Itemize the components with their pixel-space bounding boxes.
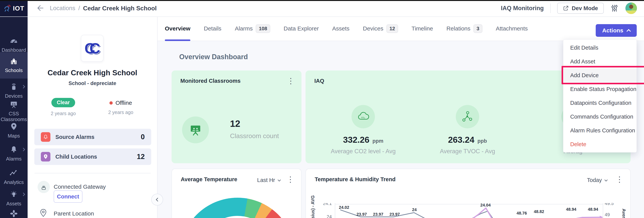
kebab-menu-icon[interactable]: ⋮ xyxy=(286,175,294,184)
breadcrumb-current: Cedar Creek High School xyxy=(83,5,156,12)
actions-button[interactable]: Actions xyxy=(596,24,637,37)
menu-item-alarm-rules-configuration[interactable]: Alarm Rules Configuration xyxy=(563,124,636,137)
data-label: 24.02 xyxy=(339,205,349,210)
logo-text: IOT xyxy=(13,4,24,12)
series-line-humidity-avg xyxy=(572,217,600,218)
tab-assets[interactable]: Assets xyxy=(332,16,350,40)
classroom-icon xyxy=(182,116,209,143)
school-icon xyxy=(10,57,18,66)
sidebar-item-schedule-reports[interactable]: Schedule Reports xyxy=(0,209,28,218)
actions-button-label: Actions xyxy=(602,27,623,34)
data-label: 23.97 xyxy=(373,212,383,217)
avatar-image xyxy=(625,2,637,14)
metric-value: 332.26 xyxy=(343,135,370,145)
bell-icon xyxy=(10,145,18,154)
co2-cloud-icon: co₂ xyxy=(352,105,375,128)
sidebar-item-label: Alarms xyxy=(6,156,22,162)
stat-row-source-alarms[interactable]: Source Alarms0 xyxy=(34,129,151,145)
time-range-selector[interactable]: Today xyxy=(587,177,607,183)
stat-value: 0 xyxy=(141,133,145,141)
tab-label: Data Explorer xyxy=(284,25,319,32)
chevron-right-icon xyxy=(22,148,25,151)
sidebar-item-schools[interactable]: Schools xyxy=(0,52,28,78)
data-label: 48.82 xyxy=(534,210,544,214)
data-label: 23.97 xyxy=(390,212,400,217)
menu-item-enable-status-propagation[interactable]: Enable Status Propagation xyxy=(563,82,636,96)
tab-label: Attachments xyxy=(496,25,528,32)
kebab-menu-icon[interactable]: ⋮ xyxy=(616,175,623,184)
time-range-selector[interactable]: Last Hr xyxy=(257,177,280,183)
menu-item-edit-details[interactable]: Edit Details xyxy=(563,41,636,54)
chevron-down-icon xyxy=(604,178,608,182)
tab-timeline[interactable]: Timeline xyxy=(412,16,433,40)
bell-white-icon xyxy=(41,132,50,142)
tab-label: Devices xyxy=(363,25,383,32)
connect-button[interactable]: Connect xyxy=(54,190,82,203)
tab-details[interactable]: Details xyxy=(204,16,222,40)
dev-mode-button[interactable]: Dev Mode xyxy=(557,3,604,14)
metric-label: Average CO2 level - Avg xyxy=(306,148,421,155)
connected-gateway-label: Connected Gateway xyxy=(54,184,106,190)
sidebar-item-assets[interactable]: Assets xyxy=(0,190,28,206)
breadcrumb-parent[interactable]: Locations xyxy=(50,5,75,12)
tab-count-badge: 108 xyxy=(256,24,270,33)
offline-dot-icon xyxy=(110,101,113,104)
pin-white-icon xyxy=(41,152,50,162)
stat-row-child-locations[interactable]: Child Locations12 xyxy=(34,148,151,165)
gateway-icon xyxy=(38,181,50,193)
tab-overview[interactable]: Overview xyxy=(165,16,190,40)
temperature-humidity-trend-card: Temperature & Humidity Trend Today ⋮ (Ce… xyxy=(306,168,630,218)
series-line-humidity-avg xyxy=(467,208,494,218)
iaq-metric-1: co₂332.26ppmAverage CO2 level - Avg xyxy=(306,105,421,155)
sidebar-item-dashboard[interactable]: Dashboard xyxy=(0,36,28,53)
time-range-label: Last Hr xyxy=(257,177,275,183)
sidebar-item-devices[interactable]: Devices xyxy=(0,82,28,99)
sidebar-item-label: CSS Classrooms xyxy=(0,111,27,122)
map-pin-icon xyxy=(10,122,18,131)
parent-location-label: Parent Location xyxy=(54,210,94,217)
menu-item-datapoints-configuration[interactable]: Datapoints Configuration xyxy=(563,96,636,110)
app-window: IOT Locations / Cedar Creek High School … xyxy=(0,0,644,218)
tab-label: Timeline xyxy=(412,25,433,32)
tab-devices[interactable]: Devices12 xyxy=(363,16,398,40)
kebab-menu-icon[interactable]: ⋮ xyxy=(287,77,294,85)
data-label: 48.94 xyxy=(566,207,576,212)
device-icon xyxy=(10,82,18,91)
menu-item-delete[interactable]: Delete xyxy=(563,137,636,151)
chevron-right-icon xyxy=(22,192,25,196)
card-title: Monitored Classrooms xyxy=(180,78,240,84)
menu-item-commands-configuration[interactable]: Commands Configuration xyxy=(563,110,636,124)
tab-attachments[interactable]: Attachments xyxy=(496,16,528,40)
classroom-icon xyxy=(10,100,18,109)
settings-sliders-icon[interactable] xyxy=(610,4,619,12)
classroom-count-label: Classroom count xyxy=(230,132,279,140)
user-avatar[interactable] xyxy=(625,2,637,14)
topbar: IOT Locations / Cedar Creek High School … xyxy=(0,0,644,17)
chevron-down-icon xyxy=(278,178,281,182)
metric-value: 263.24 xyxy=(448,135,474,145)
sidebar-item-alarms[interactable]: Alarms xyxy=(0,145,28,162)
tab-alarms[interactable]: Alarms108 xyxy=(235,16,270,40)
tab-label: Assets xyxy=(332,25,350,32)
card-title: Temperature & Humidity Trend xyxy=(315,176,396,182)
panel-collapse-button[interactable] xyxy=(151,194,163,206)
tab-data-explorer[interactable]: Data Explorer xyxy=(284,16,319,40)
menu-item-add-device[interactable]: Add Device xyxy=(563,68,636,82)
entity-name: Cedar Creek High School xyxy=(28,68,157,77)
chevron-up-icon xyxy=(626,29,631,34)
back-button[interactable] xyxy=(36,4,45,13)
school-logo-letters: CC xyxy=(84,40,100,57)
sidebar-item-css-classrooms[interactable]: CSS Classrooms xyxy=(0,100,28,122)
tab-label: Alarms xyxy=(235,25,252,32)
connectivity-time: 2 years ago xyxy=(92,110,150,115)
divider xyxy=(34,173,151,173)
sidebar-item-maps[interactable]: Maps xyxy=(0,122,28,139)
sidebar-item-label: Schools xyxy=(5,68,23,73)
sidebar-item-analytics[interactable]: Analytics xyxy=(0,168,28,185)
topbar-right-cluster: IAQ Monitoring Dev Mode xyxy=(501,2,637,14)
tab-relations[interactable]: Relations3 xyxy=(446,16,482,40)
menu-item-add-asset[interactable]: Add Asset xyxy=(563,54,636,68)
app-logo[interactable]: IOT xyxy=(0,0,28,16)
bulb-icon xyxy=(10,190,18,199)
left-axis-label: (Celsius) - AVG xyxy=(310,196,316,218)
